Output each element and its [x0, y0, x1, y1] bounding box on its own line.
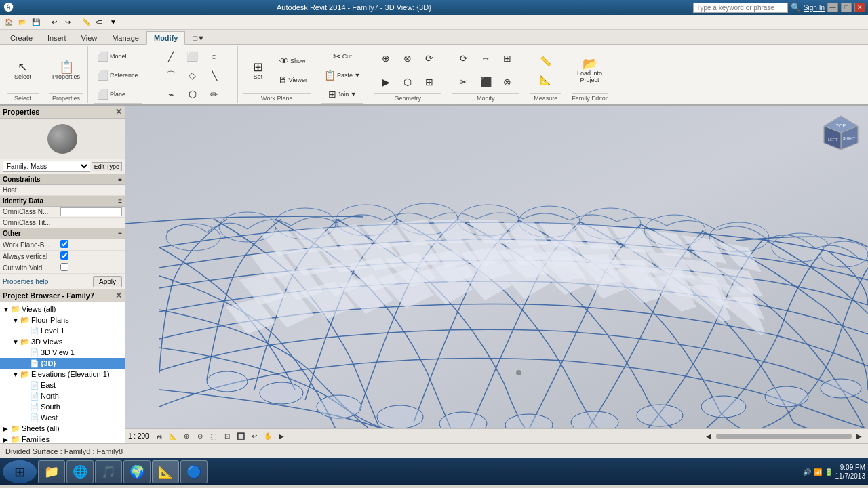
prop-value-cutvoid[interactable]	[60, 263, 122, 272]
tree-item-floor-plans[interactable]: ▼📂Floor Plans	[0, 314, 125, 325]
family-type-select[interactable]: Family: Mass	[3, 161, 90, 172]
btn-geom-4[interactable]: ▶	[376, 73, 396, 91]
edit-type-btn[interactable]: Edit Type	[92, 162, 122, 171]
btn-mod-4[interactable]: ✂	[454, 73, 474, 91]
btn-properties[interactable]: 📋 Properties	[49, 50, 83, 91]
tree-item-level-1[interactable]: 📄Level 1	[0, 325, 125, 336]
prop-value-vertical[interactable]	[60, 251, 122, 261]
app-menu-button[interactable]: 🅐	[3, 1, 15, 14]
nav-region[interactable]: ⬚	[208, 430, 220, 443]
qat-save[interactable]: 💾	[30, 16, 42, 28]
nav-rotate[interactable]: ↩	[248, 430, 260, 443]
nav-zoom-in[interactable]: ⊕	[180, 430, 193, 443]
nav-scrollbar[interactable]	[716, 434, 852, 439]
btn-draw-line[interactable]: ╱	[161, 47, 181, 65]
tree-item-3d-current[interactable]: 📄{3D}	[0, 358, 125, 369]
btn-load-into-project[interactable]: 📂 Load intoProject	[574, 50, 606, 91]
btn-draw-rect[interactable]: ⬜	[182, 47, 203, 65]
tree-item-west[interactable]: 📄West	[0, 412, 125, 423]
qat-redo[interactable]: ↪	[62, 16, 74, 28]
btn-mod-6[interactable]: ⊗	[497, 73, 517, 91]
btn-draw-circle[interactable]: ○	[204, 47, 224, 65]
btn-draw-diamond[interactable]: ◇	[182, 66, 203, 84]
restore-btn[interactable]: □	[841, 3, 852, 12]
btn-mod-3[interactable]: ⊞	[497, 49, 517, 67]
view-cube[interactable]: TOP SIGHT LEFT	[821, 113, 861, 153]
tree-item-3d-views[interactable]: ▼📂3D Views	[0, 336, 125, 347]
browser-close[interactable]: ✕	[115, 291, 122, 300]
properties-panel-close[interactable]: ✕	[115, 107, 122, 117]
btn-reference[interactable]: ⬜ Reference	[94, 66, 142, 84]
qat-home[interactable]: 🏠	[3, 16, 15, 28]
tree-item-sheets-all[interactable]: ▶📁Sheets (all)	[0, 423, 125, 434]
nav-3d[interactable]: 🔲	[235, 430, 247, 443]
tab-create[interactable]: Create	[3, 31, 40, 44]
viewport[interactable]: TOP SIGHT LEFT 1 : 200 🖨 📐 ⊕ ⊖ ⬚ ⊡ 🔲 ↩ ✋…	[125, 106, 868, 443]
tree-item-3d-view-1[interactable]: 📄3D View 1	[0, 347, 125, 358]
btn-draw-ellipse[interactable]: ⌁	[161, 85, 181, 103]
btn-set[interactable]: ⊞ Set	[243, 50, 273, 91]
taskbar-app-revit[interactable]: 📐	[152, 460, 179, 483]
btn-plane[interactable]: ⬜ Plane	[94, 85, 129, 103]
nav-pan[interactable]: ✋	[262, 430, 274, 443]
tray-network[interactable]: 📶	[814, 468, 822, 476]
tab-view[interactable]: View	[74, 31, 105, 44]
tree-toggle-3d-views[interactable]: ▼	[12, 338, 20, 346]
nav-section[interactable]: ▶	[275, 430, 288, 443]
qat-undo[interactable]: ↩	[48, 16, 60, 28]
btn-mod-2[interactable]: ↔	[475, 49, 496, 67]
omniclass-n-input[interactable]	[60, 207, 122, 216]
tree-item-south[interactable]: 📄South	[0, 401, 125, 412]
workplane-checkbox[interactable]	[60, 240, 68, 248]
btn-geom-3[interactable]: ⟳	[419, 49, 439, 67]
tree-toggle-elevations[interactable]: ▼	[12, 371, 20, 378]
btn-draw-spline[interactable]: ╲	[204, 66, 224, 84]
btn-geom-6[interactable]: ⊞	[419, 73, 439, 91]
tree-toggle-floor-plans[interactable]: ▼	[12, 317, 20, 324]
tree-toggle-views-all[interactable]: ▼	[3, 306, 11, 313]
btn-select[interactable]: ↖ Select	[8, 50, 38, 91]
properties-help-link[interactable]: Properties help	[3, 278, 48, 285]
nav-scroll-right[interactable]: ▶	[853, 430, 865, 443]
taskbar-app-media[interactable]: 🎵	[95, 460, 122, 483]
tree-item-elevations[interactable]: ▼📂Elevations (Elevation 1)	[0, 369, 125, 380]
tree-item-east[interactable]: 📄East	[0, 380, 125, 390]
btn-geom-1[interactable]: ⊕	[376, 49, 396, 67]
btn-geom-2[interactable]: ⊗	[397, 49, 418, 67]
canvas-area[interactable]: TOP SIGHT LEFT	[125, 106, 868, 428]
btn-join[interactable]: ⊞ Join ▼	[325, 85, 360, 103]
qat-tag[interactable]: 🏷	[94, 16, 106, 28]
tree-toggle-families[interactable]: ▶	[3, 436, 11, 443]
tree-toggle-sheets-all[interactable]: ▶	[3, 425, 11, 432]
vertical-checkbox[interactable]	[60, 251, 68, 260]
nav-print[interactable]: 🖨	[153, 430, 165, 443]
taskbar-app-other[interactable]: 🔵	[180, 460, 208, 483]
browser-tree[interactable]: ▼📁Views (all)▼📂Floor Plans 📄Level 1▼📂3D …	[0, 302, 125, 443]
nav-scroll[interactable]: ◀	[703, 430, 715, 443]
btn-geom-5[interactable]: ⬡	[397, 73, 418, 91]
minimize-btn[interactable]: —	[827, 3, 838, 12]
btn-mod-1[interactable]: ⟳	[454, 49, 474, 67]
tray-time[interactable]: 9:09 PM 11/7/2013	[835, 463, 866, 481]
btn-draw-pen[interactable]: ✏	[204, 85, 224, 103]
btn-draw-polygon[interactable]: ⬡	[182, 85, 203, 103]
tray-volume[interactable]: 🔊	[803, 468, 811, 476]
btn-viewer[interactable]: 🖥 Viewer	[275, 71, 311, 89]
prop-value-workplane[interactable]	[60, 240, 122, 249]
start-button[interactable]: ⊞	[3, 460, 37, 483]
tree-item-families[interactable]: ▶📁Families	[0, 434, 125, 443]
close-btn[interactable]: ✕	[854, 3, 865, 12]
btn-paste[interactable]: 📋 Paste ▼	[321, 66, 363, 84]
apply-button[interactable]: Apply	[93, 276, 122, 287]
qat-dropdown[interactable]: ▼	[107, 16, 119, 28]
btn-show[interactable]: 👁 Show	[275, 52, 311, 70]
tab-manage[interactable]: Manage	[104, 31, 146, 44]
btn-measure-2[interactable]: 📐	[536, 71, 556, 89]
search-input[interactable]	[693, 3, 788, 13]
qat-measure[interactable]: 📏	[80, 16, 92, 28]
taskbar-app-explorer[interactable]: 📁	[38, 460, 65, 483]
prop-value-omniclass-n[interactable]	[60, 207, 122, 216]
tree-item-views-all[interactable]: ▼📁Views (all)	[0, 304, 125, 314]
btn-measure-1[interactable]: 📏	[536, 52, 556, 70]
nav-zoom-out[interactable]: ⊖	[194, 430, 206, 443]
